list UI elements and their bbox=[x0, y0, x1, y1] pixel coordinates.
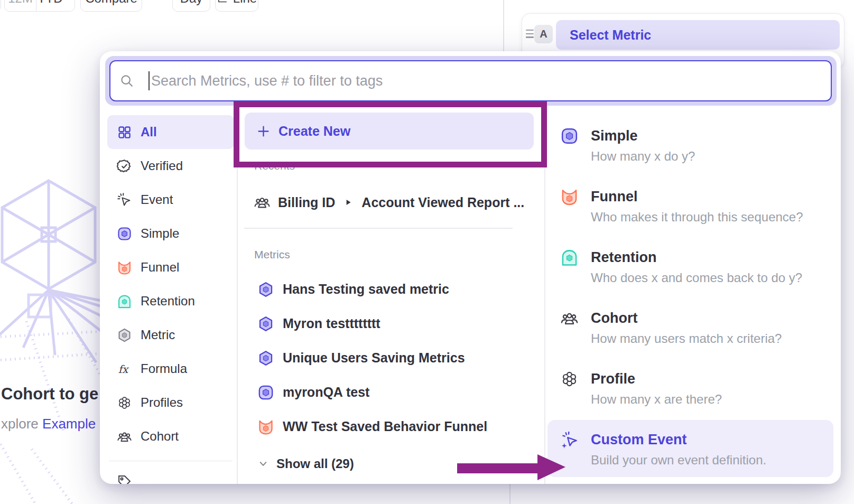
page-divider-top bbox=[503, 0, 504, 51]
metric-item-label: Myron testttttttt bbox=[283, 316, 380, 331]
metric-type-title: Profile bbox=[591, 371, 635, 387]
interval-day-button[interactable]: Day bbox=[172, 0, 210, 12]
funnel-icon bbox=[560, 188, 579, 206]
chevron-down-icon bbox=[66, 0, 74, 2]
row-letter-badge: A bbox=[534, 25, 553, 43]
cohort-icon bbox=[254, 194, 271, 211]
funnel-icon bbox=[257, 418, 274, 435]
annotation-arrow bbox=[452, 448, 571, 485]
metric-type-funnel[interactable]: FunnelWho makes it through this sequence… bbox=[560, 187, 835, 248]
sidebar-item-label: Event bbox=[141, 192, 173, 207]
metric-list-item[interactable]: myronQA test bbox=[257, 375, 530, 409]
sidebar-item-label: Metric bbox=[141, 328, 175, 342]
metric-type-title: Custom Event bbox=[591, 432, 687, 448]
metric-type-description: Who makes it through this sequence? bbox=[591, 210, 835, 225]
profiles-icon bbox=[117, 395, 132, 410]
sidebar-item-profiles[interactable]: Profiles bbox=[107, 386, 234, 419]
metric-type-description: Build your own event definition. bbox=[591, 453, 835, 468]
metric-type-simple[interactable]: SimpleHow many x do y? bbox=[560, 126, 835, 187]
metric-type-description: Who does x and comes back to do y? bbox=[591, 270, 835, 285]
metric-type-profile[interactable]: ProfileHow many x are there? bbox=[560, 369, 835, 430]
sidebar-item-label: Funnel bbox=[141, 260, 179, 275]
canvas-explore-fragment: xplore Example I bbox=[1, 416, 108, 432]
sidebar-item-simple[interactable]: Simple bbox=[107, 217, 234, 250]
page-divider-bottom bbox=[509, 484, 510, 504]
search-box bbox=[109, 60, 832, 101]
annotation-rectangle bbox=[234, 101, 547, 167]
recent-item[interactable]: Billing ID Account Viewed Report ... bbox=[254, 186, 524, 218]
metric-type-retention[interactable]: RetentionWho does x and comes back to do… bbox=[560, 248, 835, 309]
metric-list-item[interactable]: WW Test Saved Behavior Funnel bbox=[257, 409, 530, 444]
metric-list-item[interactable]: Myron testttttttt bbox=[257, 306, 530, 341]
tag-icon bbox=[117, 474, 132, 484]
metric-type-title: Cohort bbox=[591, 310, 637, 326]
date-range-control: 12M YTD bbox=[4, 0, 75, 12]
sidebar-item-label: Verified bbox=[141, 158, 183, 173]
sidebar-item-event[interactable]: Event bbox=[107, 183, 234, 217]
metric-icon bbox=[117, 328, 132, 343]
metrics-heading: Metrics bbox=[254, 248, 290, 261]
select-metric-button[interactable]: Select Metric bbox=[556, 20, 840, 50]
search-input[interactable] bbox=[151, 73, 831, 89]
grid-icon bbox=[117, 125, 132, 140]
sidebar-item-label: Simple bbox=[141, 226, 179, 241]
simple-icon bbox=[257, 384, 274, 401]
range-ytd-button[interactable]: YTD bbox=[36, 0, 75, 11]
hexagon-icon bbox=[257, 281, 274, 298]
metric-type-list: SimpleHow many x do y?FunnelWho makes it… bbox=[560, 126, 835, 484]
metric-type-title: Retention bbox=[591, 249, 657, 266]
compare-button[interactable]: Compare bbox=[80, 0, 142, 12]
search-icon bbox=[119, 73, 135, 89]
sidebar-item-all[interactable]: All bbox=[107, 115, 234, 149]
metric-list-item[interactable]: Unique Users Saving Metrics bbox=[257, 341, 530, 375]
event-icon bbox=[117, 192, 132, 208]
metric-list: Hans Testing saved metricMyron testttttt… bbox=[257, 272, 530, 444]
drag-handle-icon[interactable] bbox=[526, 30, 534, 38]
custom-event-icon bbox=[560, 431, 579, 449]
metric-list-item[interactable]: Hans Testing saved metric bbox=[257, 272, 530, 306]
hexagon-icon bbox=[257, 315, 274, 332]
recents-divider bbox=[244, 228, 513, 229]
funnel-icon bbox=[117, 260, 132, 275]
sidebar-item-cohort[interactable]: Cohort bbox=[107, 419, 234, 453]
show-all-button[interactable]: Show all (29) bbox=[256, 448, 354, 480]
metric-type-cohort[interactable]: CohortHow many users match x criteria? bbox=[560, 309, 835, 369]
metric-type-description: How many x are there? bbox=[591, 392, 835, 407]
recent-item-second: Account Viewed Report ... bbox=[361, 195, 524, 210]
metric-type-description: How many x do y? bbox=[591, 149, 835, 164]
metric-item-label: Hans Testing saved metric bbox=[283, 282, 449, 297]
metric-item-label: myronQA test bbox=[283, 385, 369, 400]
example-link[interactable]: Example bbox=[42, 416, 96, 432]
sidebar-item-funnel[interactable]: Funnel bbox=[107, 250, 234, 284]
text-caret bbox=[148, 71, 150, 90]
cohort-icon bbox=[560, 309, 579, 328]
chart-type-line-button[interactable]: Line bbox=[215, 0, 258, 12]
sidebar-item-label: Formula bbox=[141, 361, 187, 376]
sidebar-item-more[interactable] bbox=[107, 464, 234, 484]
sidebar-item-label: Profiles bbox=[141, 395, 183, 410]
sidebar-item-formula[interactable]: fxFormula bbox=[107, 352, 234, 386]
canvas-headline-fragment: Cohort to ge bbox=[1, 385, 98, 404]
retention-icon bbox=[117, 294, 132, 309]
metric-type-description: How many users match x criteria? bbox=[591, 331, 835, 346]
arrow-right-icon bbox=[344, 198, 353, 207]
profiles-icon bbox=[560, 370, 579, 388]
sidebar-item-metric[interactable]: Metric bbox=[107, 318, 234, 352]
line-chart-icon bbox=[217, 0, 228, 4]
toolbar-button-stub[interactable] bbox=[0, 0, 1, 12]
metric-type-title: Funnel bbox=[591, 189, 638, 205]
metric-type-title: Simple bbox=[591, 128, 638, 144]
hexagon-icon bbox=[257, 350, 274, 367]
sidebar-item-retention[interactable]: Retention bbox=[107, 284, 234, 318]
metric-item-label: Unique Users Saving Metrics bbox=[283, 350, 465, 366]
range-12m-button[interactable]: 12M bbox=[5, 0, 36, 11]
recent-item-first: Billing ID bbox=[278, 195, 335, 210]
sidebar-item-label: Retention bbox=[141, 294, 195, 309]
sidebar-item-label: Cohort bbox=[141, 429, 179, 444]
metric-type-custom-event[interactable]: Custom EventBuild your own event definit… bbox=[560, 430, 835, 484]
chevron-down-icon bbox=[256, 457, 270, 471]
simple-icon bbox=[117, 226, 132, 241]
sidebar-bottom-divider bbox=[109, 461, 233, 461]
picker-sidebar: AllVerifiedEventSimpleFunnelRetentionMet… bbox=[107, 115, 234, 484]
sidebar-item-verified[interactable]: Verified bbox=[107, 149, 234, 183]
